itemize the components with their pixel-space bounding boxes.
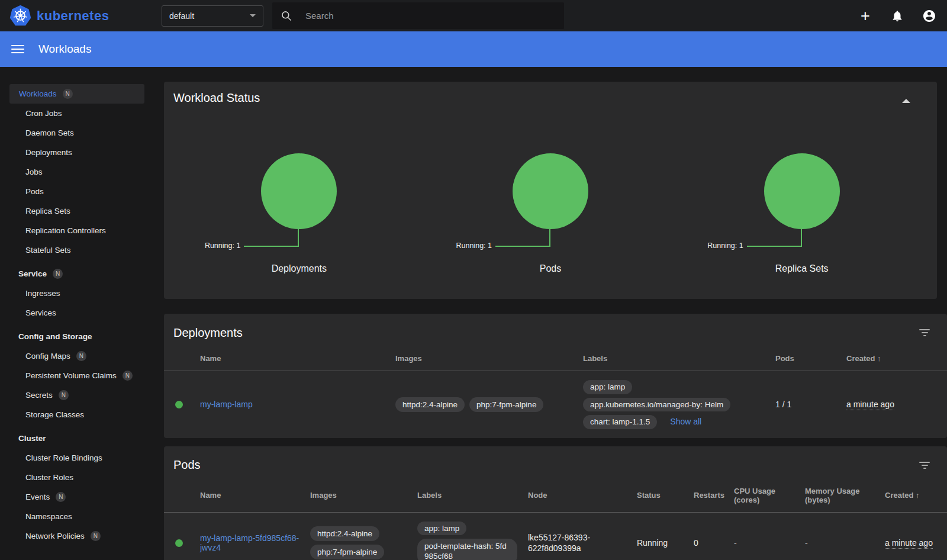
column-header-status-text[interactable]: Status	[637, 478, 694, 513]
sidebar-item-events[interactable]: EventsN	[9, 487, 144, 507]
column-header-pods[interactable]: Pods	[775, 346, 846, 371]
sidebar-item-config-maps[interactable]: Config MapsN	[9, 346, 144, 366]
deployment-name-link[interactable]: my-lamp-lamp	[200, 400, 253, 409]
sidebar-item-label: Workloads	[19, 84, 57, 104]
show-all-labels-link[interactable]: Show all	[670, 417, 701, 426]
sidebar-item-network-policies[interactable]: Network PoliciesN	[9, 526, 144, 546]
deployment-labels: app: lampapp.kubernetes.io/managed-by: H…	[583, 371, 775, 438]
sidebar-item-label: Namespaces	[25, 507, 72, 526]
label-chip: pod-template-hash: 5fd985cf68	[417, 539, 517, 560]
column-header-node[interactable]: Node	[528, 478, 637, 513]
callout-line	[244, 229, 299, 247]
page-toolbar: Workloads	[0, 31, 947, 67]
deployments-pie-chart: Running: 1 Deployments	[173, 153, 425, 274]
pod-cpu-usage: -	[734, 512, 805, 560]
sidebar-item-persistent-volume-claims[interactable]: Persistent Volume ClaimsN	[9, 366, 144, 385]
chart-title: Replica Sets	[676, 263, 927, 274]
column-header-status	[164, 346, 200, 371]
sidebar-item-label: Ingresses	[25, 284, 60, 303]
sidebar-item-pods[interactable]: Pods	[9, 182, 144, 201]
sidebar-item-replication-controllers[interactable]: Replication Controllers	[9, 221, 144, 240]
column-header-images[interactable]: Images	[395, 346, 583, 371]
page-title: Workloads	[38, 43, 91, 56]
sidebar-item-label: Network Policies	[25, 526, 85, 546]
sidebar-item-service: ServiceN	[9, 264, 144, 284]
label-chip: app: lamp	[417, 522, 466, 536]
sidebar-item-cron-jobs[interactable]: Cron Jobs	[9, 104, 144, 123]
deployment-pods-count: 1 / 1	[775, 371, 846, 438]
sidebar-item-workloads[interactable]: WorkloadsN	[9, 84, 144, 104]
column-header-name[interactable]: Name	[200, 478, 310, 513]
kubernetes-helm-icon	[9, 5, 31, 27]
main-content: Workload Status Running: 1 Deployments	[154, 67, 947, 560]
deployment-created: a minute ago	[846, 400, 894, 410]
sidebar-item-label: Service	[18, 264, 47, 284]
sidebar-item-namespaces[interactable]: Namespaces	[9, 507, 144, 526]
menu-button[interactable]	[11, 43, 24, 56]
column-header-cpu[interactable]: CPU Usage (cores)	[734, 478, 805, 513]
sidebar-item-label: Storage Classes	[25, 405, 84, 424]
sidebar-item-storage-classes[interactable]: Storage Classes	[9, 405, 144, 424]
sidebar-item-ingresses[interactable]: Ingresses	[9, 284, 144, 303]
pod-status: Running	[637, 512, 694, 560]
new-badge: N	[59, 390, 69, 400]
pod-images: httpd:2.4-alpinephp:7-fpm-alpine	[310, 512, 417, 560]
column-header-memory[interactable]: Memory Usage (bytes)	[805, 478, 885, 513]
sidebar-nav: WorkloadsNCron JobsDaemon SetsDeployment…	[0, 67, 154, 560]
sidebar-item-replica-sets[interactable]: Replica Sets	[9, 201, 144, 221]
namespace-select[interactable]: default	[162, 5, 263, 27]
sidebar-item-label: Cluster Roles	[25, 468, 73, 487]
sidebar-item-cluster-role-bindings[interactable]: Cluster Role Bindings	[9, 448, 144, 468]
namespace-selected-value: default	[169, 11, 250, 21]
column-header-created[interactable]: Created ↑	[846, 346, 947, 371]
kubernetes-logo[interactable]: kubernetes	[0, 5, 148, 27]
column-header-name[interactable]: Name	[200, 346, 395, 371]
sidebar-item-label: Cluster	[18, 429, 46, 448]
label-chip: chart: lamp-1.1.5	[583, 415, 657, 429]
collapse-card-button[interactable]	[899, 94, 913, 108]
chart-title: Pods	[425, 263, 677, 274]
label-chip: php:7-fpm-alpine	[469, 397, 543, 412]
column-header-created[interactable]: Created ↑	[885, 478, 947, 513]
sidebar-item-label: Pods	[25, 182, 44, 201]
filter-icon[interactable]	[919, 328, 930, 337]
search-icon	[281, 10, 292, 22]
sidebar-item-config-and-storage: Config and Storage	[9, 327, 144, 346]
create-resource-button[interactable]: +	[858, 9, 872, 23]
pie-slice-label: Running: 1	[707, 242, 743, 250]
chart-title: Deployments	[173, 263, 425, 274]
column-header-labels[interactable]: Labels	[583, 346, 775, 371]
sidebar-item-secrets[interactable]: SecretsN	[9, 385, 144, 405]
bell-icon	[891, 9, 904, 22]
sidebar-item-jobs[interactable]: Jobs	[9, 162, 144, 182]
sidebar-item-daemon-sets[interactable]: Daemon Sets	[9, 123, 144, 143]
search-input[interactable]	[305, 11, 530, 21]
sidebar-item-services[interactable]: Services	[9, 303, 144, 323]
sidebar-item-label: Secrets	[25, 385, 53, 405]
pod-labels: app: lamppod-template-hash: 5fd985cf68	[417, 512, 528, 560]
pie-running-slice	[261, 153, 337, 229]
notifications-button[interactable]	[890, 9, 904, 23]
column-header-images[interactable]: Images	[310, 478, 417, 513]
sidebar-item-cluster-roles[interactable]: Cluster Roles	[9, 468, 144, 487]
new-badge: N	[76, 351, 86, 361]
account-button[interactable]	[922, 9, 936, 23]
deployments-card: Deployments Name Images Labels Pods	[164, 314, 947, 438]
filter-icon[interactable]	[919, 461, 930, 470]
new-badge: N	[56, 492, 66, 502]
column-header-status	[164, 478, 200, 513]
sort-asc-icon: ↑	[916, 491, 920, 500]
sidebar-item-deployments[interactable]: Deployments	[9, 143, 144, 162]
sidebar-item-label: Config and Storage	[18, 327, 92, 346]
search-bar[interactable]	[272, 2, 564, 29]
sidebar-item-stateful-sets[interactable]: Stateful Sets	[9, 240, 144, 260]
column-header-labels[interactable]: Labels	[417, 478, 528, 513]
label-chip: httpd:2.4-alpine	[310, 526, 379, 541]
workload-status-charts: Running: 1 Deployments Running: 1 Pods	[173, 153, 927, 274]
pod-name-link[interactable]: my-lamp-lamp-5fd985cf68-jwvz4	[200, 533, 299, 552]
label-chip: httpd:2.4-alpine	[395, 397, 465, 412]
column-header-restarts[interactable]: Restarts	[694, 478, 734, 513]
pods-pie-chart: Running: 1 Pods	[425, 153, 677, 274]
deployment-row: my-lamp-lamp httpd:2.4-alpinephp:7-fpm-a…	[164, 371, 947, 438]
sidebar-item-label: Stateful Sets	[25, 240, 71, 260]
